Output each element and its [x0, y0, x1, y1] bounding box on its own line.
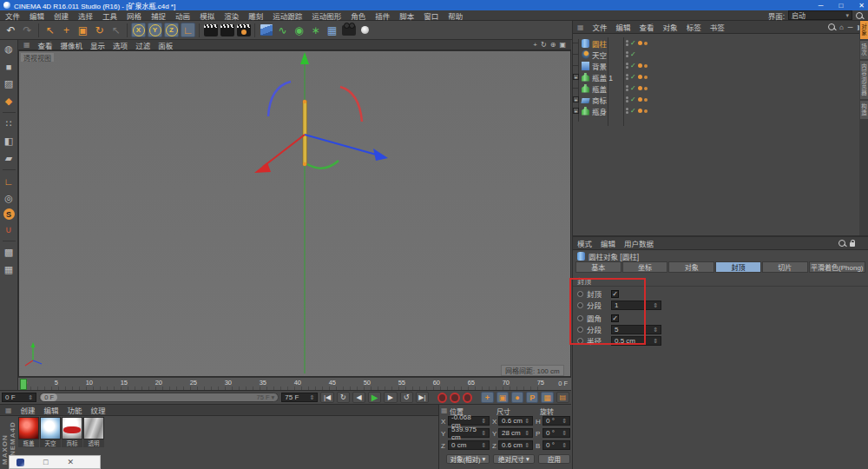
object-name[interactable]: 圆柱 [592, 38, 623, 49]
viewport-menu-options[interactable]: 选项 [113, 40, 128, 50]
add-light-icon[interactable] [358, 23, 372, 37]
tab-caps[interactable]: 封顶 [715, 261, 761, 273]
workplane-mode-icon[interactable]: ▦ [2, 262, 16, 277]
add-spline-icon[interactable]: ∿ [275, 23, 290, 37]
fillet-segments-field[interactable]: 5⇕ [611, 325, 661, 334]
object-row-brand[interactable]: + 商标 ✓ [573, 94, 851, 105]
timeline-window-icon[interactable]: ▤ [556, 392, 569, 403]
tag-icon[interactable] [644, 87, 648, 90]
texture-mode-icon[interactable]: ▨ [2, 76, 16, 91]
enabled-check-icon[interactable]: ✓ [630, 50, 636, 58]
maximize-button[interactable]: □ [838, 2, 843, 10]
texture-tag-icon[interactable] [638, 86, 642, 90]
key-parameter-icon[interactable]: P [526, 392, 538, 403]
menu-snap[interactable]: 捕捉 [151, 10, 166, 21]
am-menu-edit[interactable]: 编辑 [601, 238, 615, 248]
texture-tag-icon[interactable] [638, 97, 642, 102]
material-item[interactable]: 商标 [62, 417, 82, 447]
points-mode-icon[interactable]: ∷ [2, 116, 16, 131]
live-selection-icon[interactable]: ↖ [43, 23, 57, 37]
solo-mode-icon[interactable]: ◎ [2, 191, 16, 206]
search-icon[interactable] [856, 12, 863, 19]
search-icon[interactable] [838, 240, 845, 247]
object-name[interactable]: 商标 [592, 95, 623, 105]
magnet-icon[interactable]: ∪ [2, 222, 16, 237]
autokey-icon[interactable] [450, 393, 460, 403]
stepper-icon[interactable]: ⇕ [310, 394, 315, 400]
search-icon[interactable] [828, 23, 835, 30]
object-row-cap[interactable]: 瓶盖 ✓ [573, 83, 851, 94]
rot-h-field[interactable]: 0 °⇕ [542, 416, 570, 426]
material-menu-texture[interactable]: 纹理 [91, 405, 106, 415]
tag-icon[interactable] [644, 109, 648, 113]
caps-section-header[interactable]: 封顶 [573, 275, 868, 287]
close-button[interactable]: ✕ [67, 458, 74, 466]
material-thumbnail-sky[interactable] [40, 417, 61, 439]
scale-tool-icon[interactable]: ▣ [76, 23, 90, 37]
menu-mograph[interactable]: 运动图形 [312, 10, 341, 21]
menu-render[interactable]: 渲染 [224, 10, 239, 21]
texture-tag-icon[interactable] [638, 109, 642, 113]
timeline-ruler[interactable]: 051015202530354045505560657075 0 F [18, 377, 571, 390]
toggle-layout-icon[interactable]: ▣ [559, 41, 566, 49]
object-row-sky[interactable]: 天空 ✓ [573, 49, 851, 60]
goto-start-icon[interactable]: |◀ [320, 392, 333, 403]
key-scale-icon[interactable]: ▣ [496, 392, 509, 403]
close-button[interactable]: ✕ [858, 2, 865, 10]
tab-phong[interactable]: 平滑着色(Phong) [809, 261, 865, 273]
object-row-body[interactable]: + 瓶身 ✓ [573, 105, 851, 116]
material-menu-function[interactable]: 功能 [68, 405, 82, 415]
maximize-button[interactable]: □ [43, 458, 48, 466]
expand-icon[interactable]: + [573, 108, 579, 114]
material-menu-create[interactable]: 创建 [21, 405, 36, 415]
tab-slice[interactable]: 切片 [762, 261, 808, 273]
enabled-check-icon[interactable]: ✓ [630, 39, 636, 47]
anim-dot-icon[interactable] [577, 327, 583, 333]
om-menu-tag[interactable]: 标签 [687, 22, 701, 32]
menu-mesh[interactable]: 网格 [127, 10, 141, 21]
material-thumbnail-red[interactable] [18, 417, 39, 439]
menu-select[interactable]: 选择 [78, 10, 93, 21]
texture-tag-icon[interactable] [638, 75, 642, 79]
render-region-icon[interactable] [220, 23, 234, 37]
tag-icon[interactable] [644, 76, 648, 79]
menu-character[interactable]: 角色 [351, 10, 365, 21]
minimize-panel-icon[interactable]: ─ [848, 23, 853, 31]
tag-icon[interactable] [644, 98, 648, 102]
om-menu-view[interactable]: 查看 [640, 22, 654, 32]
size-mode-dropdown[interactable]: 绝对尺寸▾ [493, 454, 535, 464]
loop-mode-icon[interactable]: ↺ [400, 392, 413, 403]
tag-icon[interactable] [644, 42, 648, 45]
texture-tag-icon[interactable] [638, 63, 642, 68]
size-y-field[interactable]: 28 cm⇕ [498, 428, 533, 438]
object-name[interactable]: 瓶身 [592, 106, 623, 116]
object-name[interactable]: 背景 [592, 61, 623, 71]
rotate-tool-icon[interactable]: ↻ [92, 23, 107, 37]
anim-dot-icon[interactable] [577, 315, 583, 321]
play-icon[interactable]: ▶ [368, 392, 381, 403]
fillet-radius-field[interactable]: 0.5 cm⇕ [611, 336, 661, 346]
om-menu-edit[interactable]: 编辑 [616, 22, 631, 32]
tab-content-browser[interactable]: 内容浏览器 [860, 61, 868, 99]
menu-simulate[interactable]: 模拟 [200, 10, 214, 21]
apply-button[interactable]: 应用 [538, 454, 570, 464]
edges-mode-icon[interactable]: ◧ [2, 134, 16, 149]
y-axis-lock-icon[interactable]: Y [148, 23, 162, 37]
object-name[interactable]: 天空 [592, 50, 623, 60]
workplane-icon[interactable]: ◆ [2, 94, 16, 109]
key-rotation-icon[interactable]: ● [511, 392, 523, 403]
rotate-view-icon[interactable]: ↻ [541, 41, 547, 49]
caps-checkbox[interactable]: ✓ [611, 290, 619, 298]
coordinate-system-icon[interactable]: ∟ [181, 23, 195, 37]
object-name[interactable]: 瓶盖 1 [592, 72, 623, 83]
expand-icon[interactable]: + [573, 96, 579, 102]
material-menu-edit[interactable]: 编辑 [44, 405, 59, 415]
material-thumbnail-glass[interactable] [83, 417, 104, 439]
timeline-playhead[interactable] [20, 379, 27, 390]
menu-help[interactable]: 帮助 [448, 10, 463, 21]
expand-icon[interactable]: + [573, 74, 579, 80]
key-pla-icon[interactable]: ▦ [541, 392, 553, 403]
tab-takes[interactable]: 场次 [860, 41, 868, 59]
zoom-view-icon[interactable]: ⊕ [550, 41, 556, 49]
record-options-icon[interactable] [463, 393, 473, 403]
